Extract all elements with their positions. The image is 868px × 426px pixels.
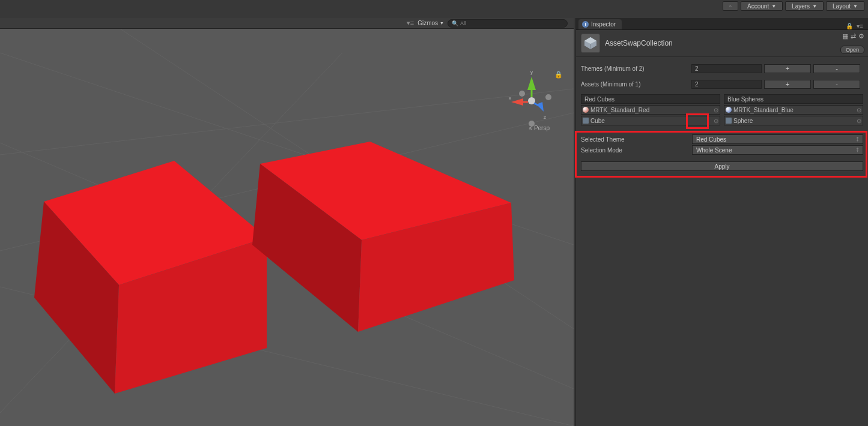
top-toolbar: Account▼ Layers▼ Layout▼ — [719, 0, 868, 12]
tab-options-icon[interactable]: ▾≡ — [857, 23, 868, 29]
perspective-label[interactable]: ≤ Persp — [529, 125, 550, 131]
object-picker-icon[interactable]: ⊙ — [857, 107, 861, 113]
material-label: MRTK_Standard_Red — [590, 107, 649, 113]
svg-point-21 — [545, 94, 551, 100]
cloud-button[interactable] — [723, 1, 738, 11]
assets-label: Assets (Minimum of 1) — [581, 81, 689, 88]
svg-text:z: z — [544, 115, 546, 120]
object-picker-icon[interactable]: ⊙ — [714, 107, 718, 113]
inspector-tab-row: i Inspector 🔒 ▾≡ — [576, 18, 868, 30]
layout-dropdown[interactable]: Layout▼ — [826, 1, 864, 11]
prefab-field[interactable]: Sphere ⊙ — [724, 116, 863, 125]
assets-add-button[interactable]: + — [764, 80, 811, 89]
themes-value-field[interactable]: 2 — [691, 64, 762, 73]
account-dropdown[interactable]: Account▼ — [741, 1, 783, 11]
orientation-gizmo[interactable]: y x z — [508, 71, 556, 131]
svg-text:x: x — [509, 95, 511, 101]
gizmos-dropdown[interactable]: Gizmos▼ — [417, 20, 444, 26]
layout-label: Layout — [833, 3, 851, 10]
inspector-body: Themes (Minimum of 2) 2 + - Assets (Mini… — [576, 57, 868, 173]
lock-toggle-icon[interactable]: 🔒 — [846, 23, 853, 29]
apply-button[interactable]: Apply — [581, 161, 863, 171]
svg-marker-14 — [527, 77, 536, 90]
material-icon — [583, 107, 589, 113]
toolbar-options-icon[interactable]: ▾≡ — [407, 19, 414, 27]
material-field[interactable]: MRTK_Standard_Red ⊙ — [581, 105, 720, 115]
prefab-label: Sphere — [733, 118, 753, 124]
caret-down-icon: ▼ — [853, 4, 858, 9]
selected-theme-row: Selected Theme Red Cubes — [581, 134, 863, 145]
theme-columns: Red Cubes MRTK_Standard_Red ⊙ Cube ⊙ Blu… — [581, 94, 863, 125]
svg-line-19 — [534, 103, 539, 106]
layers-label: Layers — [792, 3, 810, 10]
assets-row: Assets (Minimum of 1) 2 + - — [581, 79, 863, 89]
selected-theme-label: Selected Theme — [581, 136, 692, 143]
prefab-field[interactable]: Cube ⊙ — [581, 116, 720, 125]
account-label: Account — [747, 3, 769, 10]
gizmos-label: Gizmos — [417, 20, 438, 26]
theme-column-blue: Blue Spheres MRTK_Standard_Blue ⊙ Sphere… — [724, 94, 863, 125]
selection-mode-row: Selection Mode Whole Scene — [581, 145, 863, 155]
object-picker-icon[interactable]: ⊙ — [714, 118, 718, 124]
scene-search-input[interactable]: 🔍All — [448, 19, 568, 28]
theme-column-red: Red Cubes MRTK_Standard_Red ⊙ Cube ⊙ — [581, 94, 720, 125]
material-field[interactable]: MRTK_Standard_Blue ⊙ — [724, 105, 863, 115]
scene-toolbar: ▾≡ Gizmos▼ 🔍All — [0, 18, 574, 29]
cloud-icon — [729, 3, 732, 9]
asset-type-icon[interactable] — [581, 34, 600, 53]
inspector-header: AssetSwapCollection ▦ ⇄ ⚙ Open — [576, 30, 868, 57]
assets-value-field[interactable]: 2 — [691, 80, 762, 89]
inspector-tab[interactable]: i Inspector — [578, 19, 622, 29]
selected-theme-dropdown[interactable]: Red Cubes — [692, 134, 863, 144]
selection-mode-label: Selection Mode — [581, 147, 692, 154]
inspector-tab-label: Inspector — [591, 21, 616, 28]
svg-point-22 — [519, 91, 525, 97]
themes-remove-button[interactable]: - — [813, 64, 860, 73]
scene-cubes — [0, 29, 574, 426]
prefab-label: Cube — [590, 118, 605, 124]
lock-icon[interactable]: 🔒 — [554, 71, 563, 79]
material-label: MRTK_Standard_Blue — [733, 107, 794, 113]
search-icon: 🔍 — [452, 20, 458, 26]
selection-mode-dropdown[interactable]: Whole Scene — [692, 145, 863, 155]
prefab-icon — [726, 118, 732, 124]
material-icon — [726, 107, 732, 113]
caret-down-icon: ▼ — [812, 4, 817, 9]
layers-dropdown[interactable]: Layers▼ — [785, 1, 824, 11]
themes-label: Themes (Minimum of 2) — [581, 65, 689, 72]
svg-text:y: y — [530, 71, 533, 75]
caret-down-icon: ▼ — [440, 21, 444, 25]
gear-icon[interactable]: ⚙ — [858, 32, 864, 40]
svg-marker-16 — [511, 98, 523, 106]
inspector-panel: i Inspector 🔒 ▾≡ AssetSwapCollection ▦ ⇄… — [575, 18, 868, 426]
object-name: AssetSwapCollection — [605, 39, 673, 47]
themes-add-button[interactable]: + — [764, 64, 811, 73]
header-icon-1[interactable]: ▦ — [842, 32, 848, 40]
prefab-icon — [583, 118, 589, 124]
open-button[interactable]: Open — [840, 46, 864, 54]
info-icon: i — [582, 21, 589, 28]
search-placeholder: All — [460, 20, 466, 26]
themes-row: Themes (Minimum of 2) 2 + - — [581, 63, 863, 74]
theme-header-input[interactable]: Red Cubes — [581, 94, 720, 104]
scene-view[interactable]: 🔒 y x z ≤ Persp — [0, 29, 574, 426]
svg-marker-18 — [536, 102, 544, 112]
header-icon-2[interactable]: ⇄ — [851, 32, 856, 40]
theme-header-input[interactable]: Blue Spheres — [724, 94, 863, 104]
assets-remove-button[interactable]: - — [813, 80, 860, 89]
caret-down-icon: ▼ — [771, 4, 776, 9]
object-picker-icon[interactable]: ⊙ — [857, 118, 861, 124]
